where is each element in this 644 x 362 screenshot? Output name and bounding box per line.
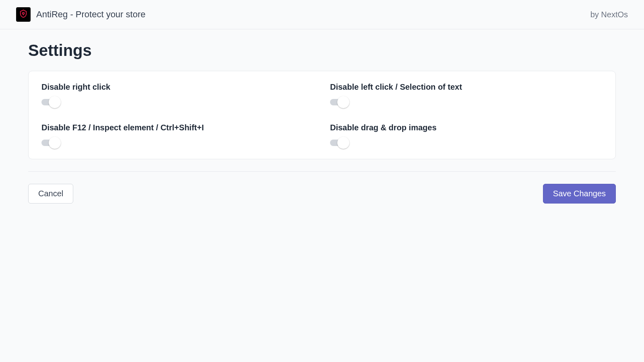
cancel-button[interactable]: Cancel xyxy=(28,184,73,204)
header-byline: by NextOs xyxy=(590,10,628,19)
divider xyxy=(28,171,616,172)
main-content: Settings Disable right click Disable lef… xyxy=(0,29,644,216)
toggle-thumb xyxy=(49,137,61,149)
page-title: Settings xyxy=(28,41,616,60)
toggle-thumb xyxy=(337,96,349,108)
svg-point-0 xyxy=(23,12,25,14)
settings-card: Disable right click Disable left click /… xyxy=(28,71,616,159)
setting-label: Disable drag & drop images xyxy=(330,123,603,132)
toggle-disable-drag-drop[interactable] xyxy=(330,138,350,148)
save-button[interactable]: Save Changes xyxy=(543,184,616,204)
setting-disable-f12: Disable F12 / Inspect element / Ctrl+Shi… xyxy=(41,123,314,148)
shield-icon xyxy=(19,9,28,20)
app-header: AntiReg - Protect your store by NextOs xyxy=(0,0,644,29)
setting-disable-right-click: Disable right click xyxy=(41,82,314,107)
toggle-disable-right-click[interactable] xyxy=(41,97,62,107)
setting-disable-left-click: Disable left click / Selection of text xyxy=(330,82,603,107)
setting-label: Disable F12 / Inspect element / Ctrl+Shi… xyxy=(41,123,314,132)
setting-disable-drag-drop: Disable drag & drop images xyxy=(330,123,603,148)
app-logo xyxy=(16,7,31,22)
toggle-thumb xyxy=(337,137,349,149)
app-title: AntiReg - Protect your store xyxy=(36,9,145,20)
toggle-thumb xyxy=(49,96,61,108)
toggle-disable-left-click[interactable] xyxy=(330,97,350,107)
setting-label: Disable right click xyxy=(41,82,314,92)
toggle-disable-f12[interactable] xyxy=(41,138,62,148)
setting-label: Disable left click / Selection of text xyxy=(330,82,603,92)
actions-row: Cancel Save Changes xyxy=(28,184,616,204)
header-left: AntiReg - Protect your store xyxy=(16,7,145,22)
